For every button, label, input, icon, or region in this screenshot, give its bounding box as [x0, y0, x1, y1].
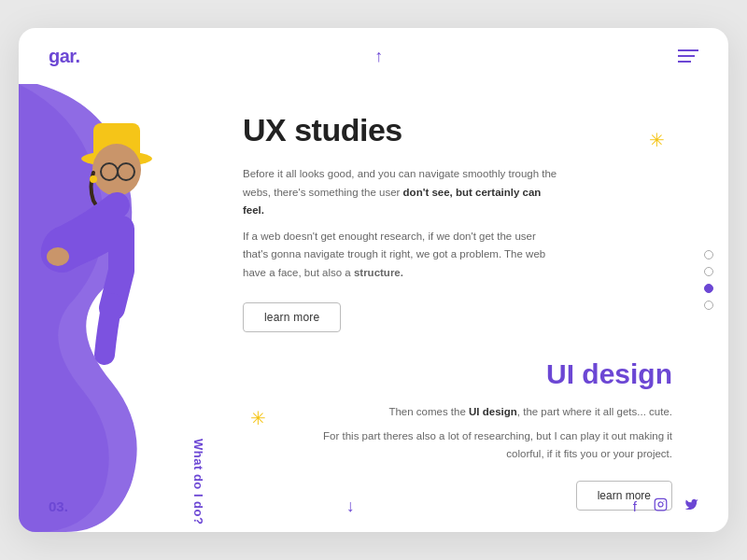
logo: gar. — [49, 46, 80, 67]
nav-dot-4[interactable] — [704, 301, 713, 310]
ux-section: UX studies Before it all looks good, and… — [243, 84, 672, 332]
ux-body-1: Before it all looks good, and you can na… — [243, 165, 560, 220]
ui-body-2: For this part theres also a lot of resea… — [317, 427, 672, 464]
page-number: 03. — [49, 498, 68, 514]
main-card: gar. ↑ — [19, 28, 728, 532]
facebook-icon[interactable]: f — [633, 498, 637, 514]
ui-title: UI design — [317, 358, 672, 390]
svg-point-8 — [90, 175, 97, 183]
footer: 03. ↓ f — [19, 480, 728, 532]
hamburger-line-1 — [678, 49, 698, 51]
ux-title: UX studies — [243, 112, 560, 148]
svg-rect-9 — [655, 498, 667, 511]
ux-learn-more-button[interactable]: learn more — [243, 302, 341, 332]
nav-dot-1[interactable] — [704, 250, 713, 259]
character-illustration — [37, 103, 187, 383]
ux-body-2: If a web doesn't get enought research, i… — [243, 228, 560, 283]
nav-dot-3[interactable] — [704, 284, 713, 293]
hamburger-menu[interactable] — [678, 49, 698, 63]
nav-dots — [704, 250, 713, 310]
twitter-icon[interactable] — [684, 497, 698, 514]
scroll-down-arrow[interactable]: ↓ — [346, 497, 355, 516]
instagram-icon[interactable] — [654, 497, 668, 514]
star-decoration-bottom: ✳ — [250, 407, 266, 429]
social-links: f — [633, 497, 698, 514]
main-content: UX studies Before it all looks good, and… — [243, 84, 672, 476]
header: gar. ↑ — [19, 28, 728, 84]
nav-dot-2[interactable] — [704, 267, 713, 276]
star-decoration-top: ✳ — [649, 129, 665, 151]
svg-point-7 — [47, 247, 69, 266]
left-illustration: What do I do? — [19, 28, 243, 532]
hamburger-line-3 — [678, 61, 691, 63]
ui-body-1: Then comes the UI design, the part where… — [317, 403, 672, 422]
hamburger-line-2 — [678, 55, 695, 57]
scroll-up-arrow[interactable]: ↑ — [374, 47, 383, 66]
